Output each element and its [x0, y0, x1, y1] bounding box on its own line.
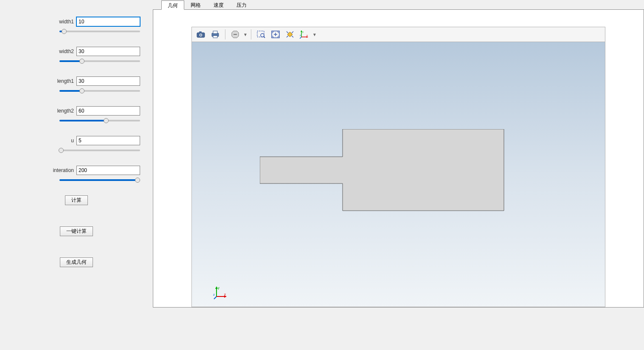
- axis-y-label: y: [218, 286, 219, 290]
- dropdown-arrow-icon[interactable]: ▼: [243, 28, 247, 40]
- param-length1: length1: [13, 76, 140, 93]
- svg-line-18: [287, 36, 288, 37]
- tab-geometry[interactable]: 几何: [161, 0, 184, 10]
- geometry-shape: [260, 129, 506, 214]
- param-label: width1: [59, 19, 74, 25]
- camera-icon[interactable]: [194, 28, 207, 40]
- u-input[interactable]: [76, 136, 140, 145]
- compute-button[interactable]: 计算: [65, 195, 88, 205]
- svg-line-32: [214, 296, 217, 299]
- print-icon[interactable]: [209, 28, 222, 40]
- length1-slider[interactable]: [59, 88, 140, 93]
- tab-pressure[interactable]: 压力: [230, 0, 253, 9]
- length1-input[interactable]: [76, 76, 140, 86]
- svg-line-24: [300, 37, 301, 39]
- svg-line-17: [292, 31, 293, 33]
- width2-input[interactable]: [76, 47, 140, 56]
- param-width1: width1: [13, 17, 140, 34]
- zoom-extents-icon[interactable]: [269, 28, 282, 40]
- param-label: interation: [53, 167, 74, 173]
- param-label: u: [71, 138, 74, 144]
- svg-line-16: [287, 31, 288, 33]
- zoom-box-icon[interactable]: [255, 28, 267, 40]
- disable-icon[interactable]: [229, 28, 242, 40]
- parameter-panel: width1 width2: [0, 0, 153, 350]
- toolbar-separator: [225, 29, 225, 40]
- svg-rect-5: [213, 31, 217, 34]
- axis-gizmo: y x z: [213, 285, 226, 298]
- width1-slider[interactable]: [59, 29, 140, 34]
- generate-geometry-button[interactable]: 生成几何: [60, 257, 93, 267]
- viewport-container: ▼ yxz ▼: [153, 9, 644, 308]
- svg-rect-1: [199, 31, 202, 33]
- dropdown-arrow-icon[interactable]: ▼: [312, 28, 317, 40]
- axis-x-label: x: [224, 292, 226, 296]
- param-length2: length2: [13, 106, 140, 123]
- length2-input[interactable]: [76, 106, 140, 116]
- svg-rect-6: [213, 36, 217, 38]
- svg-point-3: [200, 34, 202, 36]
- svg-point-10: [261, 34, 264, 37]
- svg-line-11: [264, 37, 265, 38]
- length2-slider[interactable]: [59, 118, 140, 123]
- interation-slider[interactable]: [59, 178, 140, 183]
- width1-input[interactable]: [76, 17, 140, 26]
- geometry-viewport[interactable]: y x z: [191, 42, 605, 307]
- param-label: length1: [57, 78, 74, 84]
- svg-text:z: z: [300, 34, 301, 37]
- svg-line-19: [292, 36, 293, 37]
- param-u: u: [13, 136, 140, 153]
- param-label: width2: [59, 48, 74, 54]
- tab-bar: 几何 网格 速度 压力: [153, 0, 644, 9]
- svg-text:x: x: [307, 34, 308, 37]
- svg-text:y: y: [302, 31, 304, 33]
- param-interation: interation: [13, 166, 140, 183]
- interation-input[interactable]: [76, 166, 140, 175]
- axes-icon[interactable]: yxz: [298, 28, 311, 40]
- tab-mesh[interactable]: 网格: [184, 0, 207, 9]
- toolbar-separator: [251, 29, 251, 40]
- axis-z-label: z: [213, 293, 215, 296]
- param-label: length2: [57, 108, 74, 114]
- param-width2: width2: [13, 47, 140, 64]
- one-click-compute-button[interactable]: 一键计算: [60, 226, 93, 236]
- width2-slider[interactable]: [59, 59, 140, 64]
- zoom-selection-icon[interactable]: [284, 28, 296, 40]
- u-slider[interactable]: [59, 148, 140, 153]
- tab-velocity[interactable]: 速度: [207, 0, 230, 9]
- viewport-toolbar: ▼ yxz ▼: [191, 27, 605, 42]
